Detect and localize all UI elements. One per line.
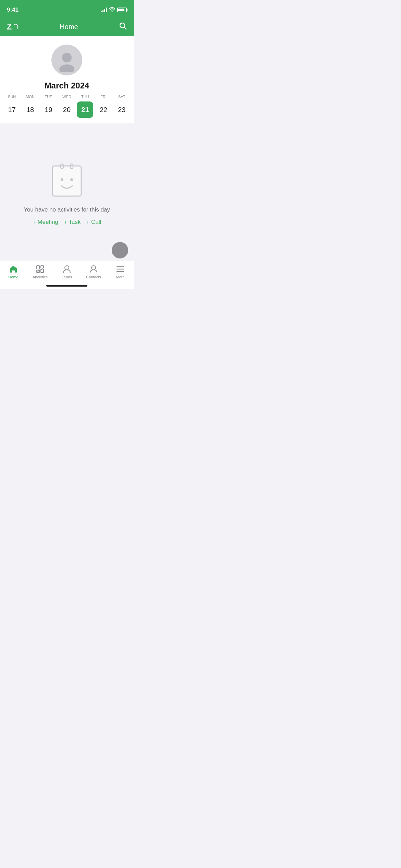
calendar-week: SUN MON TUE WED THU FRI SAT 17 18 19 20 … [0, 95, 134, 118]
calendar-day-17[interactable]: 17 [3, 101, 21, 118]
status-time: 9:41 [7, 7, 19, 13]
app-logo: Z [7, 21, 19, 33]
tab-home-label: Home [8, 275, 18, 279]
status-bar: 9:41 [0, 0, 134, 17]
empty-state-section: You have no activities for this day + Me… [0, 123, 134, 261]
svg-point-15 [92, 266, 96, 270]
nav-bar: Z Home [0, 17, 134, 36]
leads-icon [62, 265, 71, 274]
empty-state-illustration [46, 158, 87, 200]
calendar-day-23[interactable]: 23 [113, 101, 131, 118]
svg-text:Z: Z [7, 22, 12, 31]
calendar-section: March 2024 SUN MON TUE WED THU FRI SAT 1… [0, 81, 134, 123]
contacts-icon [89, 265, 98, 274]
calendar-day-20[interactable]: 20 [58, 101, 76, 118]
page-title: Home [60, 23, 78, 31]
tab-more-label: More [116, 275, 124, 279]
day-header-fri: FRI [94, 95, 112, 101]
tab-leads[interactable]: Leads [53, 265, 80, 279]
empty-state-message: You have no activities for this day [24, 206, 110, 213]
tab-leads-label: Leads [62, 275, 72, 279]
day-header-sat: SAT [113, 95, 131, 101]
svg-line-2 [124, 27, 126, 29]
svg-point-8 [61, 178, 63, 181]
tab-contacts-label: Contacts [86, 275, 101, 279]
svg-rect-12 [41, 266, 44, 268]
day-header-sun: SUN [3, 95, 21, 101]
svg-point-14 [65, 266, 69, 270]
home-indicator [46, 285, 87, 287]
calendar-day-19[interactable]: 19 [39, 101, 58, 118]
analytics-icon [36, 265, 45, 274]
add-call-button[interactable]: + Call [86, 219, 101, 226]
add-meeting-button[interactable]: + Meeting [33, 219, 58, 226]
wifi-icon [109, 7, 115, 13]
calendar-month-year: March 2024 [0, 81, 134, 91]
battery-icon [117, 8, 127, 12]
tab-home[interactable]: Home [0, 265, 27, 279]
svg-point-1 [120, 23, 125, 28]
home-icon [9, 265, 18, 274]
svg-rect-13 [41, 269, 44, 273]
fab-button[interactable] [112, 242, 128, 258]
status-icons [101, 7, 127, 13]
svg-point-9 [70, 178, 73, 181]
svg-point-4 [59, 64, 74, 72]
day-header-wed: WED [58, 95, 76, 101]
svg-rect-10 [37, 266, 39, 269]
day-header-thu: THU [76, 95, 94, 101]
avatar-section [0, 36, 134, 81]
more-icon [116, 265, 125, 274]
tab-contacts[interactable]: Contacts [80, 265, 107, 279]
action-links: + Meeting + Task + Call [33, 219, 101, 226]
svg-point-3 [62, 53, 72, 62]
calendar-day-21-today[interactable]: 21 [77, 101, 93, 118]
add-task-button[interactable]: + Task [64, 219, 81, 226]
day-header-mon: MON [21, 95, 39, 101]
calendar-day-22[interactable]: 22 [94, 101, 112, 118]
calendar-day-18[interactable]: 18 [21, 101, 39, 118]
tab-analytics-label: Analytics [33, 275, 48, 279]
day-header-tue: TUE [39, 95, 58, 101]
svg-rect-5 [52, 166, 81, 196]
avatar[interactable] [51, 45, 82, 75]
signal-icon [101, 8, 107, 12]
search-icon[interactable] [119, 22, 127, 32]
tab-more[interactable]: More [107, 265, 134, 279]
tab-analytics[interactable]: Analytics [27, 265, 53, 279]
